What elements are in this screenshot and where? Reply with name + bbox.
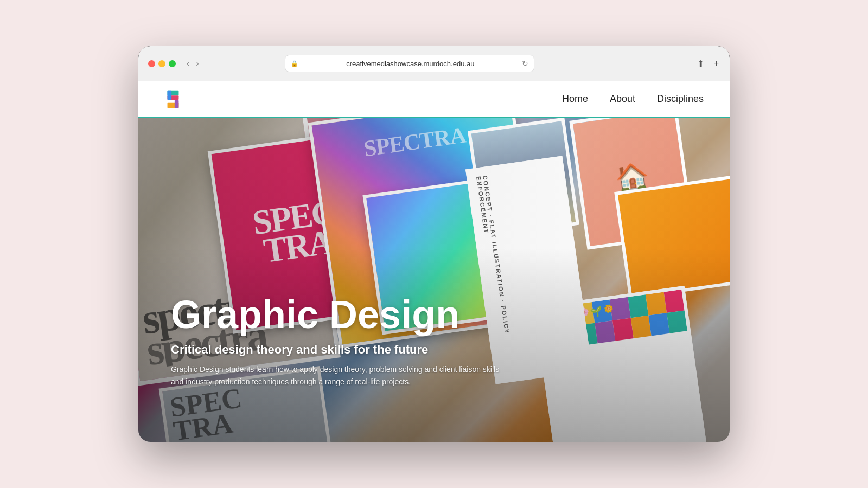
logo-icon	[164, 89, 182, 110]
share-button[interactable]: ⬆	[696, 57, 705, 70]
site-header: Home About Disciplines	[138, 81, 730, 118]
hero-bottom-overlay	[138, 118, 730, 442]
hero-cards-layer: spectra spectra SPECTRA SPECTRA	[138, 118, 730, 442]
svg-rect-3	[168, 90, 172, 99]
hero-section: spectra spectra SPECTRA SPECTRA	[138, 118, 730, 442]
minimize-button[interactable]	[158, 60, 165, 67]
hero-content: Graphic Design Critical design theory an…	[171, 294, 621, 388]
back-button[interactable]: ‹	[184, 58, 192, 69]
nav-disciplines[interactable]: Disciplines	[657, 93, 704, 105]
fullscreen-button[interactable]	[169, 60, 176, 67]
browser-actions: ⬆ +	[696, 57, 720, 70]
address-bar[interactable]: 🔒 creativemediashowcase.murdoch.edu.au ↻	[285, 55, 534, 72]
browser-chrome: ‹ › 🔒 creativemediashowcase.murdoch.edu.…	[138, 46, 730, 81]
forward-button[interactable]: ›	[194, 58, 201, 69]
svg-rect-4	[175, 100, 179, 107]
url-text: creativemediashowcase.murdoch.edu.au	[302, 60, 519, 68]
close-button[interactable]	[148, 60, 155, 67]
new-tab-button[interactable]: +	[713, 57, 720, 69]
reload-icon[interactable]: ↻	[522, 59, 528, 68]
nav-about[interactable]: About	[610, 93, 635, 105]
site-nav: Home About Disciplines	[562, 93, 704, 105]
lock-icon: 🔒	[291, 60, 298, 67]
hero-subtitle: Critical design theory and skills for th…	[171, 343, 621, 357]
device-frame: ‹ › 🔒 creativemediashowcase.murdoch.edu.…	[138, 46, 730, 442]
browser-nav-arrows: ‹ ›	[184, 58, 201, 69]
hero-description: Graphic Design students learn how to app…	[171, 363, 507, 388]
traffic-lights	[148, 60, 176, 67]
website-content: Home About Disciplines spectra spectra	[138, 81, 730, 442]
nav-home[interactable]: Home	[562, 93, 588, 105]
hero-title: Graphic Design	[171, 294, 621, 336]
site-logo[interactable]	[164, 89, 182, 110]
